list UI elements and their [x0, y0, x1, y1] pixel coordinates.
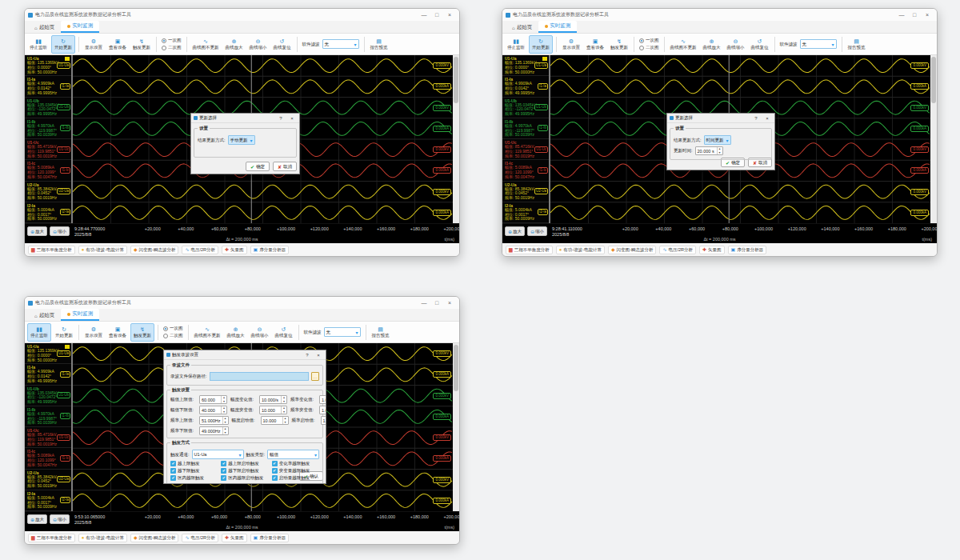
- file-path-input[interactable]: [210, 372, 309, 381]
- spinner-arrows[interactable]: ▴▾: [281, 396, 286, 403]
- filter-select[interactable]: 无▾: [324, 327, 361, 337]
- toolbar-button-1[interactable]: ▮▮停止监听: [505, 35, 527, 54]
- axis-zoom-out-button[interactable]: ⊖缩小: [50, 514, 70, 524]
- dialog-help-button[interactable]: ?: [276, 116, 286, 121]
- tab-realtime-monitor[interactable]: 实时监测: [61, 309, 99, 321]
- spinner-down-icon[interactable]: ▾: [282, 400, 286, 404]
- analysis-tool-3[interactable]: ◆闪变图-瞬态波分析: [130, 246, 178, 254]
- checkbox-checked-icon[interactable]: ✔: [221, 461, 226, 466]
- channel-info-I2-Ia[interactable]: I2-Ia幅值: 5.0004kA相位: 0.0017°频率: 50.0009H…: [25, 202, 71, 223]
- toolbar-button-7[interactable]: ⊕曲线放大: [701, 35, 723, 54]
- checkbox-checked-icon[interactable]: ✔: [170, 468, 176, 474]
- tab-home[interactable]: ⌂起始页: [28, 310, 61, 321]
- analysis-tool-5[interactable]: ✚矢量图: [699, 246, 725, 254]
- toolbar-button-6[interactable]: ∿曲线图不更新: [190, 35, 222, 54]
- spinner-down-icon[interactable]: ▾: [222, 410, 226, 414]
- radio-option-1[interactable]: 一次图: [162, 38, 182, 43]
- close-button[interactable]: ×: [921, 10, 934, 20]
- toolbar-button-2[interactable]: ↻开始更新: [529, 35, 553, 54]
- spinner-down-icon[interactable]: ▾: [283, 421, 288, 425]
- channel-info-U2-Ua[interactable]: U2-Ua幅值: 85.3842kV相位: 0.0452°频率: 50.0019…: [502, 182, 549, 202]
- radio-icon[interactable]: [639, 46, 644, 50]
- analysis-tool-5[interactable]: ✚矢量图: [222, 246, 247, 254]
- filter-select[interactable]: 无▾: [322, 39, 359, 49]
- channel-info-I1-Ib[interactable]: I1-Ib幅值: 4.9970kA相位: -119.9987°频率: 50.00…: [25, 118, 71, 139]
- update-mode-select[interactable]: 时间更新▾: [704, 135, 731, 145]
- checkbox-option[interactable]: ✔变化率越限触发: [272, 461, 319, 466]
- checkbox-option[interactable]: ✔启动量越限触发: [272, 475, 319, 481]
- analysis-tool-4[interactable]: ∿电压/2R分析: [659, 246, 696, 254]
- toolbar-button-8[interactable]: ⊖曲线缩小: [725, 35, 747, 54]
- spinner-arrows[interactable]: ▴▾: [222, 427, 228, 434]
- analysis-tool-3[interactable]: ◆闪变图-瞬态波分析: [608, 246, 656, 254]
- channel-info-U1-Uc[interactable]: U1-Uc幅值: 85.4716kV相位: 119.9851°频率: 50.00…: [502, 139, 549, 160]
- scrollbar-thumb[interactable]: [454, 345, 458, 391]
- toolbar-button-3[interactable]: ⚙显示设置: [82, 323, 105, 342]
- toolbar-button-3[interactable]: ⚙显示设置: [82, 35, 105, 54]
- toolbar-button-4[interactable]: ▣查看设备: [106, 35, 129, 54]
- channel-info-U1-Ua[interactable]: U1-Ua幅值: 135.1369kV相位: 0.0000°频率: 50.000…: [25, 55, 71, 76]
- filter-select[interactable]: 无▾: [800, 39, 837, 49]
- trigger-spinner[interactable]: 1.000Hz▴▾: [319, 406, 326, 414]
- toolbar-button-9[interactable]: ↺曲线复位: [271, 35, 294, 54]
- spinner-down-icon[interactable]: ▾: [718, 151, 722, 155]
- toolbar-button-7[interactable]: ⊕曲线放大: [223, 35, 246, 54]
- spinner-arrows[interactable]: ▴▾: [281, 406, 286, 414]
- checkbox-checked-icon[interactable]: ✔: [272, 468, 278, 474]
- analysis-tool-4[interactable]: ∿电压/2R分析: [182, 534, 218, 542]
- browse-button[interactable]: …: [311, 372, 319, 381]
- axis-zoom-out-button[interactable]: ⊖缩小: [527, 226, 547, 236]
- channel-info-I1-Ic[interactable]: I1-Ic幅值: 5.0089kA相位: 120.1099°频率: 50.004…: [25, 448, 71, 469]
- toolbar-button-6[interactable]: ∿曲线图不更新: [668, 35, 699, 54]
- channel-info-U1-Ub[interactable]: U1-Ub幅值: 135.0345kV相位: -120.0472°频率: 49.…: [25, 386, 71, 406]
- tab-realtime-monitor[interactable]: 实时监测: [538, 21, 577, 33]
- spinner-arrows[interactable]: ▴▾: [221, 396, 226, 403]
- channel-info-I2-Ia[interactable]: I2-Ia幅值: 5.0004kA相位: 0.0017°频率: 50.0009H…: [25, 490, 71, 511]
- spinner-down-icon[interactable]: ▾: [282, 410, 286, 414]
- channel-info-U1-Uc[interactable]: U1-Uc幅值: 85.4716kV相位: 119.9851°频率: 50.00…: [25, 427, 71, 448]
- ok-button[interactable]: ✔确定: [246, 162, 270, 171]
- channel-info-U1-Ub[interactable]: U1-Ub幅值: 135.0345kV相位: -120.0472°频率: 49.…: [502, 98, 549, 118]
- toolbar-button-2[interactable]: ↻开始更新: [53, 323, 75, 342]
- axis-zoom-out-button[interactable]: ⊖缩小: [50, 226, 70, 236]
- minimize-button[interactable]: —: [418, 298, 430, 308]
- maximize-button[interactable]: □: [430, 10, 443, 20]
- channel-info-U1-Uc[interactable]: U1-Uc幅值: 85.4716kV相位: 119.9851°频率: 50.00…: [25, 139, 71, 160]
- update-interval-spinner[interactable]: 20.000 s▴▾: [695, 146, 723, 155]
- maximize-button[interactable]: □: [430, 298, 443, 308]
- channel-info-U2-Ua[interactable]: U2-Ua幅值: 85.3842kV相位: 0.0452°频率: 50.0019…: [25, 182, 71, 202]
- toolbar-button-7[interactable]: ⊕曲线放大: [225, 323, 247, 342]
- toolbar-button-9[interactable]: ↺曲线复位: [749, 35, 771, 54]
- channel-info-I1-Ic[interactable]: I1-Ic幅值: 5.0089kA相位: 120.1099°频率: 50.004…: [25, 160, 71, 181]
- checkbox-checked-icon[interactable]: ✔: [170, 461, 176, 466]
- checkbox-checked-icon[interactable]: ✔: [272, 461, 278, 466]
- checkbox-option[interactable]: ✔越下限触发: [170, 468, 218, 474]
- radio-option-2[interactable]: 二次图: [639, 45, 659, 50]
- axis-zoom-in-button[interactable]: ⊕放大: [505, 226, 525, 236]
- channel-info-I1-Ia[interactable]: I1-Ia幅值: 4.9909kA相位: 0.0142°频率: 49.9995H…: [25, 76, 71, 97]
- channel-info-U2-Ua[interactable]: U2-Ua幅值: 85.3842kV相位: 0.0452°频率: 50.0019…: [25, 470, 71, 490]
- analysis-tool-3[interactable]: ◆闪变图-瞬态波分析: [130, 534, 178, 542]
- toolbar-button-5[interactable]: ↯触发更新: [608, 35, 630, 54]
- checkbox-option[interactable]: ✔突变量越限触发: [272, 468, 319, 474]
- scrollbar-thumb[interactable]: [454, 57, 458, 103]
- radio-icon[interactable]: [163, 326, 168, 331]
- checkbox-option[interactable]: ✔越上限触发: [170, 461, 218, 466]
- dialog-help-button[interactable]: ?: [751, 116, 761, 121]
- spinner-arrows[interactable]: ▴▾: [221, 406, 226, 414]
- trigger-type-select[interactable]: 幅值▾: [267, 450, 319, 459]
- spinner-down-icon[interactable]: ▾: [223, 421, 228, 425]
- report-preview-button[interactable]: ▤报告预览: [368, 35, 390, 54]
- scrollbar-thumb[interactable]: [931, 57, 936, 103]
- trigger-spinner[interactable]: 10.000▴▾: [261, 416, 289, 425]
- toolbar-button-5[interactable]: ↯触发更新: [130, 35, 153, 54]
- trigger-spinner[interactable]: 49.000Hz▴▾: [199, 426, 229, 435]
- checkbox-option[interactable]: ✔区内越限触发: [170, 475, 218, 481]
- radio-option-2[interactable]: 二次图: [162, 45, 182, 50]
- analysis-tool-4[interactable]: ∿电压/2R分析: [182, 246, 218, 254]
- toolbar-button-4[interactable]: ▣查看设备: [106, 323, 129, 342]
- checkbox-option[interactable]: ✔越上限启动触发: [221, 461, 268, 466]
- channel-info-I2-Ia[interactable]: I2-Ia幅值: 5.0004kA相位: 0.0017°频率: 50.0009H…: [502, 202, 549, 223]
- channel-info-I1-Ia[interactable]: I1-Ia幅值: 4.9909kA相位: 0.0142°频率: 49.9995H…: [25, 364, 71, 385]
- vertical-scrollbar[interactable]: [453, 343, 459, 511]
